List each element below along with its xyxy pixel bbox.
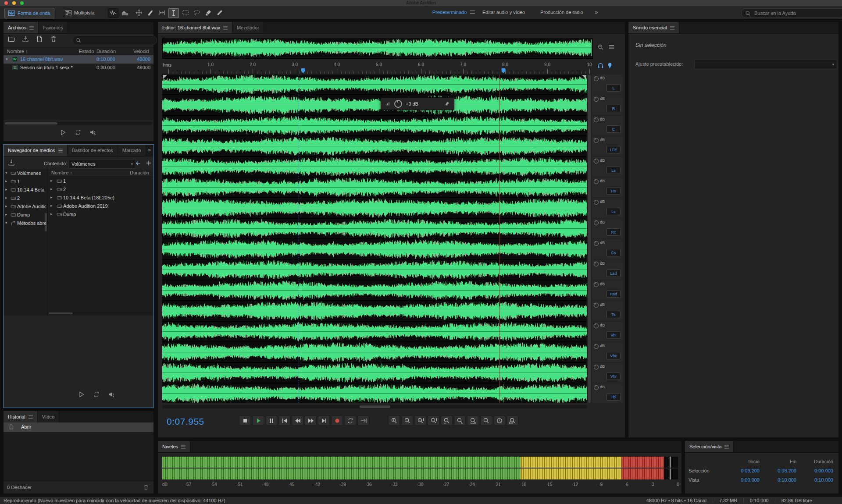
disclosure-icon[interactable]: ▸ [5,212,7,217]
channel-select-button[interactable]: Rc [607,228,621,236]
spot-healing-brush-tool-button[interactable] [215,8,225,17]
zoom-out-button[interactable] [401,415,413,426]
channel-select-button[interactable]: Vhc [607,352,621,359]
scrollbar-handle[interactable] [49,312,73,314]
disclosure-icon[interactable]: ▸ [50,212,53,216]
editor-tab-0[interactable]: Editor: 16 channel 8bit.wav [158,22,232,33]
gain-value[interactable]: +0 dB [406,101,418,106]
history-item[interactable]: Abrir [4,422,153,432]
channel-select-button[interactable]: Rsd [607,290,621,298]
record-button[interactable] [331,415,343,426]
waveform-lane[interactable] [162,342,587,362]
volume-knob-icon[interactable] [594,179,599,184]
preview-play-button[interactable] [78,391,85,398]
sv-value[interactable]: 0:00.000 [723,477,760,483]
channel-select-button[interactable]: C [607,125,621,133]
media-col-duracion[interactable]: Duración [130,170,149,175]
content-dropdown[interactable]: Volúmenes ▾ [68,159,136,169]
editor-vscrollbar[interactable] [588,75,591,403]
workspace-radio[interactable]: Producción de radio [540,10,583,15]
pin-hud-icon[interactable] [444,101,450,106]
time-selection-tool-button[interactable] [168,8,179,18]
volume-knob-icon[interactable] [594,385,599,390]
zoom-to-in-point-button[interactable] [441,415,453,426]
gain-knob[interactable] [394,100,402,108]
volume-knob-icon[interactable] [594,159,599,163]
cti-marker-handle[interactable] [301,68,305,73]
sv-value[interactable]: 0:10.000 [796,477,833,483]
volume-knob-icon[interactable] [594,76,599,81]
volume-knob-icon[interactable] [594,344,599,349]
zoom-to-selection-button[interactable] [467,415,479,426]
waveform-lane[interactable] [162,95,587,115]
panel-menu-icon[interactable] [724,445,729,449]
disclosure-icon[interactable]: ▸ [6,57,8,61]
pin-marker-icon[interactable] [607,62,613,69]
volume-knob-icon[interactable] [594,97,599,102]
panel-menu-icon[interactable] [181,445,186,449]
channel-select-button[interactable]: Rs [607,187,621,195]
files-column-headers[interactable]: Nombre ↑EstadoDuraciónVelocid [4,47,153,56]
waveform-lane[interactable] [162,136,587,156]
files-search-field[interactable] [72,35,157,45]
panel-menu-icon[interactable] [670,26,674,30]
waveform-display-button[interactable] [108,8,118,18]
headphones-icon[interactable] [597,62,604,69]
channel-select-button[interactable]: R [607,105,621,112]
channel-select-button[interactable]: Vhr [607,373,621,380]
history-tab-0[interactable]: Historial [4,411,38,422]
files-col-3[interactable]: Velocid [133,49,149,54]
fade-out-handle[interactable] [582,75,586,79]
media-tab-2[interactable]: Marcado [118,145,146,156]
import-media-icon[interactable] [8,159,15,166]
waveform-display-area[interactable] [162,75,587,403]
waveform-lane[interactable] [162,280,587,300]
disclosure-icon[interactable]: ▸ [50,195,53,199]
waveform-lane[interactable] [162,75,587,94]
media-list-item[interactable]: ▸10.14.4 Beta (18E205e) [48,194,153,202]
zoom-overview-icon[interactable] [597,44,604,50]
channel-select-button[interactable]: Tbl [607,393,621,401]
waveform-lane[interactable] [162,383,587,403]
file-row[interactable]: ▸16 channel 8bit.wav0:10.00048000 [4,55,153,64]
gain-hud[interactable]: +0 dB [381,97,454,110]
disclosure-icon[interactable]: ▸ [5,179,7,183]
media-list-item[interactable]: ▸Adobe Audition 2019 [48,202,153,210]
panel-menu-icon[interactable] [58,149,63,153]
go-to-start-button[interactable] [278,415,290,426]
preview-loop-button[interactable] [93,391,100,398]
zoom-in-amplitude-button[interactable] [414,415,426,426]
media-tree-item[interactable]: ▸2 [4,194,47,202]
panel-menu-icon[interactable] [29,415,33,419]
volume-knob-icon[interactable] [594,303,599,308]
tab-overflow-chevrons[interactable]: » [148,147,151,153]
trash-icon[interactable] [143,484,149,490]
disclosure-icon[interactable]: ▸ [5,204,7,208]
paintbrush-selection-tool-button[interactable] [203,8,213,17]
slip-tool-button[interactable] [157,8,167,17]
channel-select-button[interactable]: LFE [607,146,621,153]
trash-icon[interactable] [50,35,57,43]
channel-select-button[interactable]: Ts [607,311,621,318]
workspace-default[interactable]: Predeterminado [432,10,467,15]
editor-tab-1[interactable]: Mezclador [232,22,264,33]
volume-knob-icon[interactable] [594,241,599,246]
media-list-item[interactable]: ▸Dump [48,210,153,219]
marquee-selection-tool-button[interactable] [181,8,190,17]
fast-forward-button[interactable] [305,415,317,426]
scrollbar-handle[interactable] [588,75,591,403]
waveform-lane[interactable] [162,198,587,218]
volume-knob-icon[interactable] [594,262,599,266]
overview-waveform[interactable] [162,38,593,59]
volume-knob-icon[interactable] [594,365,599,369]
preview-autoplay-button[interactable] [89,129,96,136]
level-meter-left[interactable] [162,457,678,468]
level-meter-right[interactable] [162,469,678,479]
waveform-lane[interactable] [162,219,587,238]
media-col-nombre[interactable]: Nombre ↑ [51,170,72,175]
file-row[interactable]: Sesión sin título 1.sesx *0:30.00048000 [4,64,153,72]
disclosure-icon[interactable]: ▸ [50,187,53,191]
panel-menu-icon[interactable] [223,26,228,30]
selview-tab-0[interactable]: Selección/vista [685,441,734,452]
channel-select-button[interactable]: L [607,84,621,92]
